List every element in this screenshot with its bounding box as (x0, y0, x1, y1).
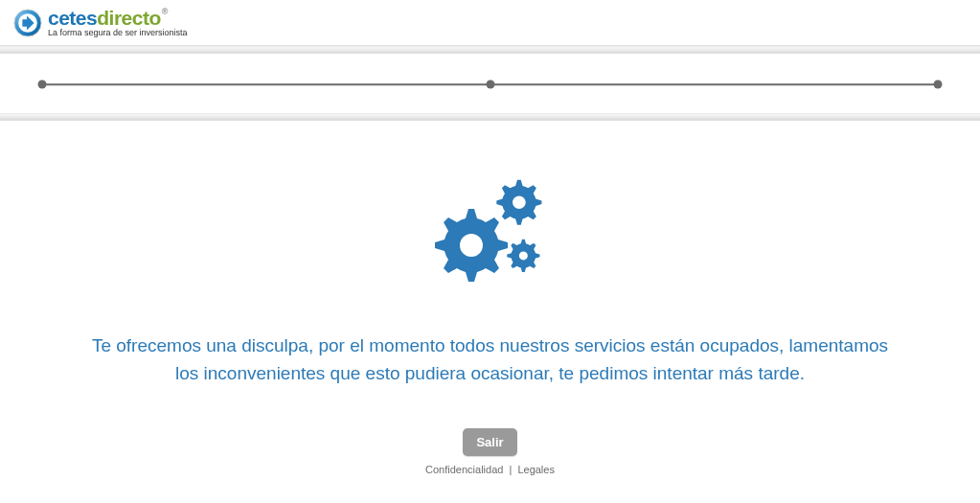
legal-link[interactable]: Legales (517, 464, 555, 475)
header: cetesdirecto® La forma segura de ser inv… (0, 0, 980, 46)
confidentiality-link[interactable]: Confidencialidad (425, 464, 503, 475)
divider-bar-top (0, 46, 980, 54)
progress-stepper (38, 79, 942, 90)
logo-tagline: La forma segura de ser inversionista (48, 29, 188, 37)
footer-links: Confidencialidad | Legales (0, 464, 980, 475)
registered-mark: ® (162, 8, 168, 16)
svg-point-4 (518, 251, 527, 260)
stepper-dot-3 (934, 80, 943, 89)
gears-icon (428, 169, 553, 293)
arrow-right-circle-icon (13, 9, 42, 37)
brand-logo: cetesdirecto® La forma segura de ser inv… (13, 8, 188, 37)
service-busy-message: Te ofrecemos una disculpa, por el moment… (50, 332, 931, 388)
logo-part2: directo (97, 8, 161, 28)
stepper-dot-1 (38, 80, 47, 89)
logo-part1: cetes (48, 8, 97, 28)
footer-separator: | (509, 464, 512, 475)
divider-bar-mid (0, 113, 980, 121)
stepper-dot-2 (486, 80, 494, 89)
logo-name: cetesdirecto® (48, 8, 188, 28)
logo-text: cetesdirecto® La forma segura de ser inv… (48, 8, 188, 37)
main-content: Te ofrecemos una disculpa, por el moment… (0, 121, 980, 475)
svg-point-2 (460, 234, 483, 257)
exit-button[interactable]: Salir (463, 428, 516, 456)
svg-point-3 (513, 195, 526, 209)
